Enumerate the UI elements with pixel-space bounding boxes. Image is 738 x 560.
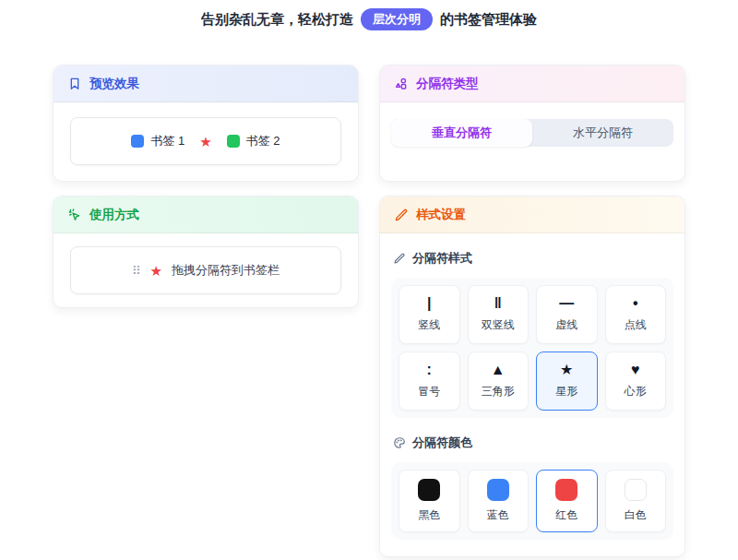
preview-card-body: 书签 1 ★ 书签 2 xyxy=(54,102,358,181)
colon-glyph: : xyxy=(427,363,432,377)
pen-icon xyxy=(394,208,409,222)
bookmark-1-favicon xyxy=(131,135,144,148)
style-option-heart[interactable]: ♥ 心形 xyxy=(605,351,667,411)
headline-text-before: 告别杂乱无章，轻松打造 xyxy=(201,11,353,29)
style-option-dashed-line[interactable]: — 虚线 xyxy=(536,285,598,344)
cursor-click-icon xyxy=(67,208,82,222)
draggable-separator-item[interactable]: ⠿ ★ 拖拽分隔符到书签栏 xyxy=(70,246,341,294)
separator-style-label: 分隔符样式 xyxy=(393,250,672,267)
separator-type-header: 分隔符类型 xyxy=(380,66,684,102)
tab-horizontal-separator[interactable]: 水平分隔符 xyxy=(532,119,673,147)
red-swatch xyxy=(555,479,577,501)
separator-style-grid: | 竖线 ‖ 双竖线 — 虚线 • 点线 xyxy=(391,278,673,418)
drag-handle-icon[interactable]: ⠿ xyxy=(132,265,141,277)
style-settings-body: 分隔符样式 | 竖线 ‖ 双竖线 — 虚线 xyxy=(380,233,684,556)
color-option-black[interactable]: 黑色 xyxy=(399,470,460,532)
vertical-line-glyph: | xyxy=(427,296,431,311)
bookmark-1-label: 书签 1 xyxy=(150,133,184,149)
bookmark-item-2: 书签 2 xyxy=(227,133,280,149)
style-option-double-line[interactable]: ‖ 双竖线 xyxy=(468,285,530,344)
page-headline: 告别杂乱无章，轻松打造 层次分明 的书签管理体验 xyxy=(0,0,738,30)
preview-card: 预览效果 书签 1 ★ 书签 2 xyxy=(53,65,359,182)
color-option-white[interactable]: 白色 xyxy=(605,470,667,532)
white-swatch xyxy=(625,479,647,501)
color-option-red[interactable]: 红色 xyxy=(536,470,598,532)
dashed-line-glyph: — xyxy=(559,296,574,311)
blue-swatch xyxy=(487,479,509,501)
dotted-line-glyph: • xyxy=(633,296,638,311)
style-settings-card: 样式设置 分隔符样式 | 竖线 ‖ 双竖线 xyxy=(379,196,685,557)
bookmark-2-favicon xyxy=(227,135,240,148)
separator-type-body: 垂直分隔符 水平分隔符 xyxy=(380,102,684,181)
main-content: 预览效果 书签 1 ★ 书签 2 使用方式 xyxy=(53,65,685,557)
star-glyph: ★ xyxy=(560,363,573,377)
separator-star-icon: ★ xyxy=(199,135,211,149)
separator-star-icon: ★ xyxy=(150,264,162,278)
style-settings-header: 样式设置 xyxy=(380,197,684,233)
color-option-blue[interactable]: 蓝色 xyxy=(468,470,530,532)
triangle-glyph: ▲ xyxy=(491,363,506,377)
double-line-glyph: ‖ xyxy=(494,296,502,311)
style-option-dotted-line[interactable]: • 点线 xyxy=(605,285,667,344)
separator-type-card: 分隔符类型 垂直分隔符 水平分隔符 xyxy=(379,65,685,182)
palette-icon xyxy=(393,436,406,449)
tab-vertical-separator[interactable]: 垂直分隔符 xyxy=(391,119,532,147)
headline-badge: 层次分明 xyxy=(361,8,433,30)
bookmark-bar-preview: 书签 1 ★ 书签 2 xyxy=(70,117,341,165)
separator-color-label: 分隔符颜色 xyxy=(393,435,672,451)
bookmark-2-label: 书签 2 xyxy=(246,133,280,149)
style-settings-title: 样式设置 xyxy=(416,207,466,223)
separator-type-title: 分隔符类型 xyxy=(416,76,479,92)
pen-small-icon xyxy=(393,252,406,265)
usage-instruction: 拖拽分隔符到书签栏 xyxy=(172,262,280,279)
right-column: 分隔符类型 垂直分隔符 水平分隔符 样式设置 分隔符样式 xyxy=(379,65,685,557)
preview-card-header: 预览效果 xyxy=(54,66,358,102)
style-option-colon[interactable]: : 冒号 xyxy=(399,351,460,411)
black-swatch xyxy=(418,479,440,501)
usage-card-title: 使用方式 xyxy=(89,207,139,223)
usage-card-body: ⠿ ★ 拖拽分隔符到书签栏 xyxy=(54,233,358,307)
shapes-icon xyxy=(394,77,409,91)
usage-card-header: 使用方式 xyxy=(54,197,358,233)
preview-card-title: 预览效果 xyxy=(89,76,139,92)
style-option-vertical-line[interactable]: | 竖线 xyxy=(399,285,460,344)
heart-glyph: ♥ xyxy=(631,363,640,377)
style-option-star[interactable]: ★ 星形 xyxy=(536,351,598,411)
bookmark-item-1: 书签 1 xyxy=(131,133,184,149)
separator-type-tabs: 垂直分隔符 水平分隔符 xyxy=(391,119,673,147)
style-option-triangle[interactable]: ▲ 三角形 xyxy=(468,351,530,411)
bookmark-icon xyxy=(67,77,82,91)
left-column: 预览效果 书签 1 ★ 书签 2 使用方式 xyxy=(53,65,359,557)
usage-card: 使用方式 ⠿ ★ 拖拽分隔符到书签栏 xyxy=(53,196,359,308)
separator-color-grid: 黑色 蓝色 红色 白色 xyxy=(391,462,673,540)
headline-text-after: 的书签管理体验 xyxy=(440,11,537,29)
